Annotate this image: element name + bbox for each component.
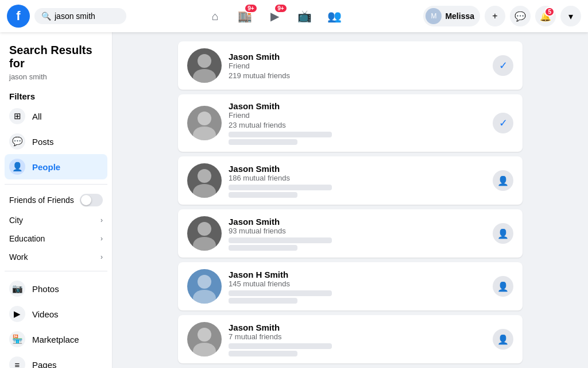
work-chevron-icon: › [100, 253, 103, 261]
result-card: Jason Smith 93 mutual friends 👤 [178, 209, 523, 258]
result-info: Jason Smith 7 mutual friends [229, 323, 486, 356]
blurred-text [229, 237, 332, 243]
svg-point-3 [193, 126, 216, 140]
result-card: Jason Smith 7 mutual friends 👤 [178, 315, 523, 363]
result-action-button[interactable]: ✓ [493, 55, 513, 76]
divider-2 [5, 271, 107, 271]
result-role: Friend [229, 62, 486, 70]
svg-point-1 [193, 69, 216, 83]
divider-1 [5, 184, 107, 185]
svg-point-8 [198, 275, 211, 289]
notification-button[interactable]: 🔔 5 [535, 6, 556, 26]
facebook-logo[interactable]: f [7, 5, 30, 28]
result-action-button[interactable]: ✓ [493, 113, 513, 133]
blurred-text-sm [229, 245, 297, 251]
result-avatar [187, 322, 222, 356]
result-name: Jason Smith [229, 217, 486, 227]
city-label: City [9, 216, 23, 225]
friend-check-icon: ✓ [499, 117, 508, 129]
filter-education[interactable]: Education › [5, 229, 107, 248]
svg-point-0 [198, 54, 211, 68]
sidebar-subtitle: jason smith [5, 71, 107, 87]
search-input[interactable] [55, 12, 119, 21]
marketplace-icon: 🏪 [9, 331, 25, 347]
filter-work[interactable]: Work › [5, 248, 107, 266]
people-nav-icon: 👥 [327, 9, 342, 23]
add-friend-icon: 👤 [497, 334, 509, 345]
message-button[interactable]: 💬 [510, 6, 531, 26]
sidebar-title: Search Results for [5, 39, 107, 71]
home-icon: ⌂ [212, 10, 219, 23]
filter-city[interactable]: City › [5, 211, 107, 229]
home-button[interactable]: ⌂ [202, 2, 229, 30]
result-avatar [187, 48, 222, 83]
video-button[interactable]: ▶ 9+ [261, 2, 289, 30]
message-icon: 💬 [514, 11, 526, 22]
dropdown-button[interactable]: ▾ [560, 6, 581, 26]
store-button[interactable]: 🏬 9+ [231, 2, 259, 30]
blurred-text-sm [229, 298, 297, 304]
user-pill[interactable]: M Melissa [423, 6, 480, 26]
blurred-text-sm [229, 139, 297, 145]
sidebar-item-videos-label: Videos [32, 309, 59, 319]
sidebar-item-posts[interactable]: 💬 Posts [5, 129, 107, 154]
photos-icon: 📷 [9, 281, 25, 297]
result-name: Jason Smith [229, 52, 486, 62]
sidebar-item-photos-label: Photos [32, 284, 59, 294]
user-name: Melissa [445, 12, 474, 21]
svg-point-7 [193, 237, 216, 251]
sidebar-item-all[interactable]: ⊞ All [5, 103, 107, 129]
result-mutual: 145 mutual friends [229, 279, 486, 288]
sidebar-item-posts-label: Posts [32, 137, 54, 147]
search-results: Jason Smith Friend 219 mutual friends ✓ … [113, 32, 588, 368]
friend-check-icon: ✓ [499, 59, 508, 72]
result-action-button[interactable]: 👤 [493, 329, 513, 350]
result-action-button[interactable]: 👤 [493, 170, 513, 191]
sidebar-item-pages[interactable]: ≡ Pages [5, 352, 107, 368]
svg-point-6 [198, 222, 211, 236]
blurred-text [229, 343, 332, 349]
sidebar-item-all-label: All [32, 112, 42, 121]
tv-button[interactable]: 📺 [291, 2, 319, 30]
result-avatar [187, 163, 222, 198]
result-name: Jason Smith [229, 164, 486, 174]
result-avatar [187, 269, 222, 304]
sidebar: Search Results for jason smith Filters ⊞… [0, 32, 113, 368]
sidebar-item-people[interactable]: 👤 People [5, 154, 107, 179]
svg-point-10 [198, 328, 211, 342]
result-info: Jason Smith Friend 23 mutual friends [229, 101, 486, 145]
result-role: Friend [229, 111, 486, 120]
add-button[interactable]: + [485, 6, 505, 26]
blurred-text [229, 290, 332, 296]
result-card: Jason H Smith 145 mutual friends 👤 [178, 262, 523, 310]
result-info: Jason H Smith 145 mutual friends [229, 270, 486, 304]
result-mutual: 93 mutual friends [229, 227, 486, 235]
result-name: Jason Smith [229, 323, 486, 332]
result-action-button[interactable]: 👤 [493, 223, 513, 244]
blurred-text [229, 132, 332, 137]
sidebar-item-marketplace[interactable]: 🏪 Marketplace [5, 327, 107, 352]
friends-of-friends-label: Friends of Friends [9, 195, 74, 205]
result-info: Jason Smith 93 mutual friends [229, 217, 486, 251]
people-nav-button[interactable]: 👥 [321, 2, 349, 30]
posts-icon: 💬 [9, 133, 25, 150]
result-mutual: 23 mutual friends [229, 121, 486, 129]
sidebar-item-people-label: People [32, 162, 60, 172]
avatar: M [425, 8, 442, 24]
blurred-text [229, 185, 332, 190]
search-box: 🔍 [34, 8, 126, 24]
result-mutual: 186 mutual friends [229, 174, 486, 182]
add-friend-icon: 👤 [497, 175, 509, 186]
filter-friends-of-friends[interactable]: Friends of Friends [5, 189, 107, 211]
result-card: Jason Smith Friend 23 mutual friends ✓ [178, 94, 523, 152]
add-icon: + [492, 11, 497, 21]
result-action-button[interactable]: 👤 [493, 276, 513, 297]
alert-badge: 5 [544, 7, 555, 17]
toggle-switch[interactable] [80, 194, 103, 206]
sidebar-item-videos[interactable]: ▶ Videos [5, 301, 107, 327]
result-card: Jason Smith Friend 219 mutual friends ✓ [178, 41, 523, 90]
video-badge: 9+ [274, 3, 287, 13]
sidebar-item-photos[interactable]: 📷 Photos [5, 276, 107, 301]
topnav-center: ⌂ 🏬 9+ ▶ 9+ 📺 👥 [202, 2, 349, 30]
blurred-text-sm [229, 351, 297, 356]
